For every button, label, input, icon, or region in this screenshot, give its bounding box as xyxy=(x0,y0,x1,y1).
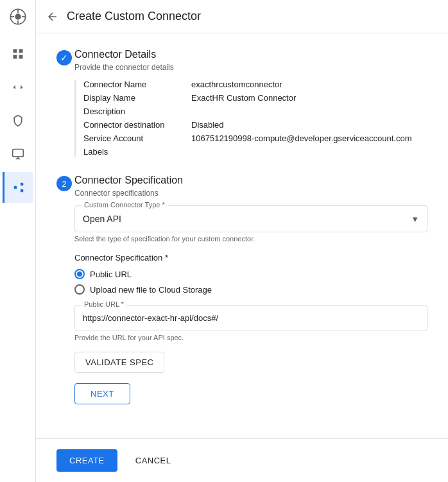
connector-type-value[interactable]: Open API xyxy=(75,206,427,232)
labels-label: Labels xyxy=(83,147,186,157)
sidebar-item-grid[interactable] xyxy=(3,39,33,69)
sidebar-item-monitor[interactable] xyxy=(3,139,33,169)
svg-rect-7 xyxy=(19,49,22,53)
back-button[interactable] xyxy=(46,10,59,23)
radio-upload-file-label: Upload new file to Cloud Storage xyxy=(90,285,212,295)
section2-body: Connector Specification Connector specif… xyxy=(74,175,427,404)
section1-title: Connector Details xyxy=(74,49,427,60)
public-url-field: Public URL * Provide the URL for your AP… xyxy=(74,305,427,341)
section1-subtitle: Provide the connector details xyxy=(74,63,427,72)
connector-name-value: exacthrcustomconnector xyxy=(191,80,427,89)
connector-type-field: Custom Connector Type * Open API ▼ Selec… xyxy=(74,205,427,243)
labels-value xyxy=(191,147,427,157)
connector-destination-value: Disabled xyxy=(191,120,427,130)
svg-point-12 xyxy=(21,183,24,186)
radio-upload-file[interactable]: Upload new file to Cloud Storage xyxy=(74,284,427,295)
validate-spec-wrapper: VALIDATE SPEC xyxy=(74,352,427,383)
section2-subtitle: Connector specifications xyxy=(74,189,427,198)
next-wrapper: NEXT xyxy=(74,383,427,404)
service-account-value: 1067512190998-compute@developer.gservice… xyxy=(191,133,427,143)
radio-upload-file-input[interactable] xyxy=(74,284,85,295)
sidebar xyxy=(0,0,36,482)
connector-destination-label: Connector destination xyxy=(83,120,186,130)
public-url-wrapper: Public URL * xyxy=(74,305,427,331)
step2-number: 2 xyxy=(56,176,72,191)
connector-details-grid: Connector Name exacthrcustomconnector Di… xyxy=(74,80,427,157)
radio-public-url[interactable]: Public URL xyxy=(74,269,427,279)
sidebar-item-connector[interactable] xyxy=(3,172,33,203)
radio-group: Public URL Upload new file to Cloud Stor… xyxy=(74,269,427,295)
step2-indicator: 2 xyxy=(56,176,74,404)
description-label: Description xyxy=(83,107,186,116)
svg-point-1 xyxy=(15,13,21,19)
connector-spec-label: Connector Specification * xyxy=(74,253,427,263)
connector-type-select[interactable]: Custom Connector Type * Open API ▼ xyxy=(74,205,427,232)
connector-spec-form-field: Connector Specification * Public URL Upl… xyxy=(74,253,427,295)
connector-name-label: Connector Name xyxy=(83,80,186,89)
page-title: Create Custom Connector xyxy=(67,10,201,23)
public-url-input[interactable] xyxy=(75,306,427,331)
section1-body: Connector Details Provide the connector … xyxy=(74,49,427,159)
radio-public-url-label: Public URL xyxy=(90,270,132,279)
radio-public-url-input[interactable] xyxy=(74,269,85,279)
svg-rect-9 xyxy=(19,55,22,59)
step1-indicator: ✓ xyxy=(56,50,74,159)
content-area: ✓ Connector Details Provide the connecto… xyxy=(36,33,448,438)
main-content: Create Custom Connector ✓ Connector Deta… xyxy=(36,0,448,482)
page-footer: CREATE CANCEL xyxy=(36,438,448,482)
section2-title: Connector Specification xyxy=(74,175,427,186)
svg-rect-6 xyxy=(13,49,17,53)
svg-point-11 xyxy=(14,186,17,189)
next-button[interactable]: NEXT xyxy=(74,383,130,404)
sidebar-item-routing[interactable] xyxy=(3,72,33,103)
svg-point-13 xyxy=(21,189,24,193)
section-connector-details: ✓ Connector Details Provide the connecto… xyxy=(56,49,427,159)
description-value xyxy=(191,107,427,116)
public-url-helper: Provide the URL for your API spec. xyxy=(74,334,427,341)
cancel-button[interactable]: CANCEL xyxy=(125,449,182,472)
sidebar-item-shield[interactable] xyxy=(3,105,33,136)
display-name-value: ExactHR Custom Connector xyxy=(191,93,427,103)
create-button[interactable]: CREATE xyxy=(56,449,117,472)
step1-check-icon: ✓ xyxy=(56,50,72,65)
display-name-label: Display Name xyxy=(83,93,186,103)
public-url-label: Public URL * xyxy=(82,300,126,308)
svg-rect-10 xyxy=(12,150,23,157)
app-logo[interactable] xyxy=(6,5,30,28)
section-connector-spec: 2 Connector Specification Connector spec… xyxy=(56,175,427,404)
connector-type-helper: Select the type of specification for you… xyxy=(74,235,427,243)
validate-spec-button[interactable]: VALIDATE SPEC xyxy=(74,352,164,373)
page-header: Create Custom Connector xyxy=(36,0,448,33)
dropdown-arrow-icon: ▼ xyxy=(411,214,419,224)
connector-type-label: Custom Connector Type * xyxy=(82,201,168,209)
svg-rect-8 xyxy=(13,55,17,59)
service-account-label: Service Account xyxy=(83,133,186,143)
